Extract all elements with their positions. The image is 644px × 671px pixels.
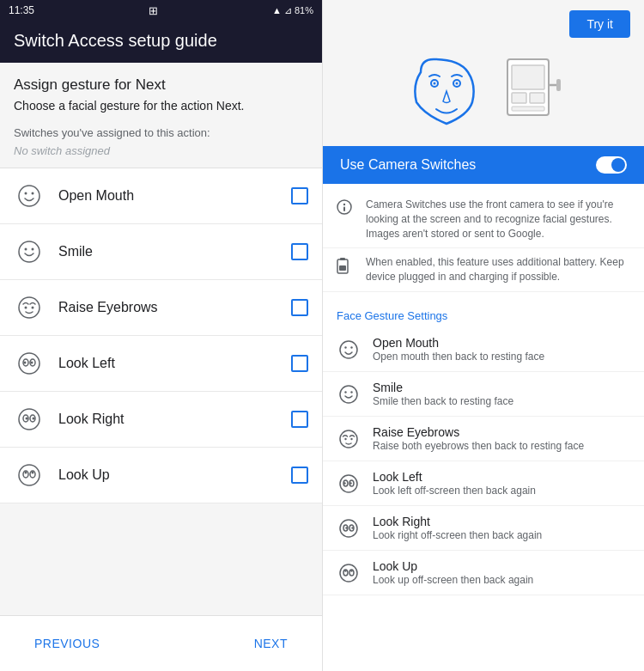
right-gesture-raise-eyebrows[interactable]: Raise Eyebrows Raise both eyebrows then … [323,417,644,461]
svg-point-5 [32,248,34,251]
gesture-item-look-left[interactable]: Look Left [0,336,322,392]
checkbox-look-left[interactable] [291,355,308,372]
illustration-area [323,38,644,146]
assigned-label: Switches you've assigned to this action: [0,123,322,141]
right-gesture-title-look-left: Look Left [373,470,536,484]
svg-rect-31 [530,93,544,103]
right-gesture-title-raise-eyebrows: Raise Eyebrows [373,425,584,439]
right-top-area: Try it [323,0,644,38]
right-gesture-title-open-mouth: Open Mouth [373,336,544,350]
svg-point-2 [32,192,34,195]
svg-rect-40 [339,265,346,271]
checkbox-look-right[interactable] [291,411,308,428]
svg-rect-34 [556,79,561,91]
gesture-item-smile[interactable]: Smile [0,224,322,280]
gesture-name-open-mouth: Open Mouth [58,188,291,204]
right-gesture-desc-raise-eyebrows: Raise both eyebrows then back to resting… [373,440,584,452]
no-switch-label: No switch assigned [0,141,322,168]
svg-point-41 [340,341,357,358]
svg-point-49 [350,438,352,440]
checkbox-smile[interactable] [291,243,308,260]
gesture-name-smile: Smile [58,244,291,259]
right-eyebrows-icon [337,427,361,451]
face-gesture-settings-header: Face Gesture Settings [323,299,644,327]
svg-point-8 [32,307,34,309]
checkbox-look-up[interactable] [291,467,308,484]
checkbox-open-mouth[interactable] [291,187,308,204]
right-gesture-desc-open-mouth: Open mouth then back to resting face [373,351,544,363]
device-illustration [503,55,563,132]
battery-info-icon [337,257,354,274]
face-illustration [404,55,489,132]
gesture-item-look-right[interactable]: Look Right [0,392,322,448]
svg-point-45 [344,391,346,393]
gesture-name-look-up: Look Up [58,467,291,483]
svg-point-3 [19,241,39,262]
smile-icon [14,236,45,267]
previous-button[interactable]: Previous [21,630,113,657]
right-gesture-desc-look-right: Look right off-screen then back again [373,529,542,541]
wifi-icon: ⊿ [284,5,292,16]
right-open-mouth-icon [337,338,361,362]
try-it-button[interactable]: Try it [569,10,630,38]
svg-point-46 [350,391,352,393]
right-gesture-smile[interactable]: Smile Smile then back to resting face [323,372,644,417]
next-button[interactable]: Next [240,630,301,657]
right-gesture-look-up[interactable]: Look Up Look up off-screen then back aga… [323,551,644,595]
section-title: Assign gesture for Next [0,63,322,97]
info-item-battery: When enabled, this feature uses addition… [323,248,644,292]
status-bar: 11:35 ⊞ ▲ ⊿ 81% [0,0,322,21]
svg-point-36 [343,204,345,205]
look-right-icon [14,404,45,435]
svg-point-27 [456,82,459,85]
right-look-right-icon [337,516,361,540]
svg-point-12 [24,362,27,364]
camera-switch-label: Use Camera Switches [340,157,476,173]
right-gesture-title-look-right: Look Right [373,515,542,528]
right-gesture-text-look-right: Look Right Look right off-screen then ba… [373,515,542,541]
gesture-name-look-left: Look Left [58,356,291,371]
svg-point-48 [344,438,346,440]
gesture-name-raise-eyebrows: Raise Eyebrows [58,300,291,315]
svg-point-54 [349,482,351,484]
right-gesture-look-right[interactable]: Look Right Look right off-screen then ba… [323,506,644,551]
gesture-list: Open Mouth Smile [0,168,322,503]
svg-point-55 [340,520,357,537]
svg-point-59 [351,527,353,528]
svg-point-47 [340,430,357,448]
svg-point-1 [25,192,27,195]
camera-switch-bar[interactable]: Use Camera Switches [323,146,644,184]
svg-point-22 [25,472,27,474]
bottom-nav: Previous Next [0,615,322,671]
svg-point-42 [344,346,346,348]
gesture-item-open-mouth[interactable]: Open Mouth [0,168,322,224]
right-gesture-text-look-up: Look Up Look up off-screen then back aga… [373,559,533,586]
right-look-up-icon [337,561,361,585]
right-gesture-title-look-up: Look Up [373,559,533,573]
gesture-item-raise-eyebrows[interactable]: Raise Eyebrows [0,280,322,336]
svg-point-6 [19,297,39,318]
info-item-camera: Camera Switches use the front camera to … [323,191,644,248]
right-gesture-list: Open Mouth Open mouth then back to resti… [323,327,644,671]
app-header: Switch Access setup guide [0,21,322,63]
right-gesture-text-open-mouth: Open Mouth Open mouth then back to resti… [373,336,544,363]
right-gesture-text-look-left: Look Left Look left off-screen then back… [373,470,536,497]
svg-point-53 [343,482,345,484]
svg-point-13 [31,362,33,364]
camera-switch-toggle[interactable] [596,156,627,174]
checkbox-raise-eyebrows[interactable] [291,299,308,316]
look-left-icon [14,348,45,379]
app-header-title: Switch Access setup guide [14,31,308,51]
left-content: Assign gesture for Next Choose a facial … [0,63,322,615]
gesture-item-look-up[interactable]: Look Up [0,448,322,503]
look-up-icon [14,460,45,491]
svg-point-58 [345,527,347,528]
svg-rect-37 [343,207,345,212]
svg-rect-29 [512,65,544,89]
right-gesture-title-smile: Smile [373,381,513,394]
right-gesture-open-mouth[interactable]: Open Mouth Open mouth then back to resti… [323,327,644,372]
right-panel: Try it [322,0,644,671]
right-gesture-look-left[interactable]: Look Left Look left off-screen then back… [323,461,644,506]
svg-point-17 [26,418,28,420]
svg-point-63 [344,570,346,571]
